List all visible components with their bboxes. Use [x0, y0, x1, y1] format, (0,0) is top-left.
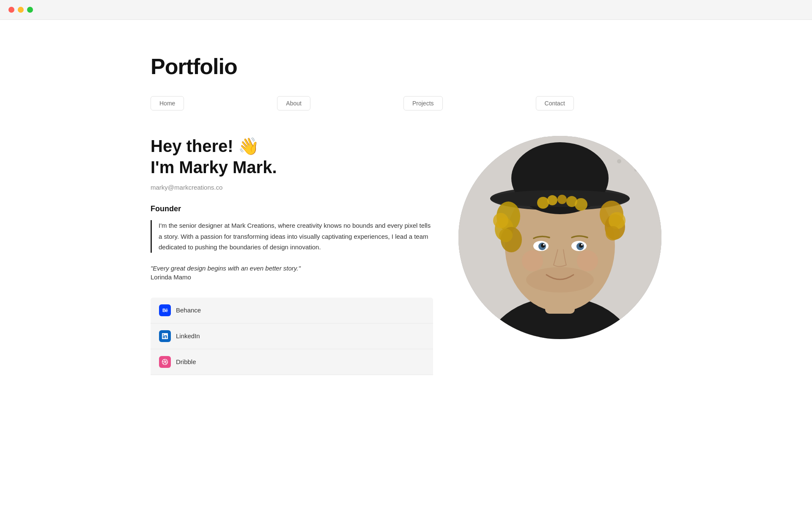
nav-about[interactable]: About	[277, 96, 310, 110]
profile-photo	[458, 136, 661, 339]
navigation: Home About Projects Contact	[151, 96, 661, 110]
page-title: Portfolio	[151, 54, 661, 79]
dribble-label: Dribble	[176, 358, 196, 365]
svg-point-18	[606, 226, 620, 240]
svg-point-33	[522, 250, 543, 271]
hero-section: Hey there! 👋 I'm Marky Mark. marky@markc…	[151, 136, 661, 375]
titlebar	[0, 0, 812, 20]
bio-block: I'm the senior designer at Mark Creation…	[151, 220, 433, 253]
greeting-text: Hey there! 👋	[151, 136, 433, 156]
linkedin-icon	[159, 330, 171, 342]
social-links: Bē Behance LinkedIn	[151, 298, 433, 375]
minimize-button[interactable]	[18, 7, 24, 13]
dribble-icon	[159, 356, 171, 368]
quote-author: Lorinda Mamo	[151, 273, 433, 281]
dribble-link[interactable]: Dribble	[151, 349, 433, 375]
linkedin-link[interactable]: LinkedIn	[151, 323, 433, 349]
svg-point-19	[537, 197, 549, 209]
close-button[interactable]	[8, 7, 14, 13]
linkedin-label: LinkedIn	[176, 332, 200, 340]
name-text: I'm Marky Mark.	[151, 158, 433, 177]
maximize-button[interactable]	[27, 7, 33, 13]
svg-point-13	[493, 213, 508, 228]
svg-point-30	[543, 244, 545, 246]
svg-point-29	[579, 243, 583, 248]
svg-point-20	[547, 195, 557, 205]
svg-point-34	[577, 250, 598, 271]
quote-block: "Every great design begins with an even …	[151, 265, 433, 281]
quote-text: "Every great design begins with an even …	[151, 265, 433, 272]
svg-point-28	[541, 243, 545, 248]
hero-right	[458, 136, 661, 339]
email-text: marky@markcreations.co	[151, 184, 433, 191]
profile-image	[458, 136, 661, 339]
svg-point-31	[581, 244, 583, 246]
nav-projects[interactable]: Projects	[403, 96, 443, 110]
svg-point-14	[499, 229, 513, 242]
nav-contact[interactable]: Contact	[536, 96, 574, 110]
behance-link[interactable]: Bē Behance	[151, 298, 433, 323]
behance-label: Behance	[176, 306, 201, 314]
hero-left: Hey there! 👋 I'm Marky Mark. marky@markc…	[151, 136, 433, 375]
bio-text: I'm the senior designer at Mark Creation…	[159, 220, 433, 253]
main-content: Portfolio Home About Projects Contact He…	[110, 20, 702, 400]
behance-icon: Bē	[159, 304, 171, 316]
nav-home[interactable]: Home	[151, 96, 184, 110]
svg-point-3	[634, 168, 638, 171]
svg-point-23	[575, 198, 587, 211]
role-title: Founder	[151, 204, 433, 213]
svg-point-21	[557, 195, 567, 204]
svg-point-32	[526, 267, 594, 293]
svg-point-2	[617, 159, 621, 163]
